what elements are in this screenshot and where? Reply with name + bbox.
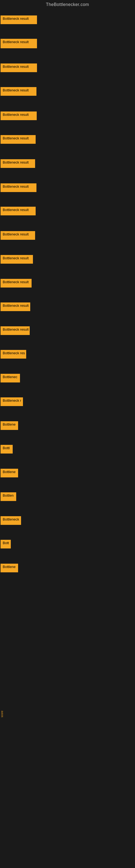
bottleneck-result-2[interactable]: Bottleneck result bbox=[1, 39, 37, 48]
score-label: score bbox=[1, 711, 3, 717]
bottleneck-result-24[interactable]: Bottlene bbox=[1, 564, 18, 572]
bottleneck-result-11[interactable]: Bottleneck result bbox=[1, 255, 33, 264]
bottleneck-result-17[interactable]: Bottleneck r bbox=[1, 397, 23, 406]
bottleneck-result-14[interactable]: Bottleneck result bbox=[1, 326, 30, 335]
bottleneck-result-3[interactable]: Bottleneck result bbox=[1, 63, 37, 72]
bottleneck-result-9[interactable]: Bottleneck result bbox=[1, 207, 36, 215]
bottleneck-result-12[interactable]: Bottleneck result bbox=[1, 279, 32, 287]
bottleneck-result-7[interactable]: Bottleneck result bbox=[1, 159, 35, 168]
bottleneck-result-6[interactable]: Bottleneck result bbox=[1, 135, 36, 144]
bottleneck-result-5[interactable]: Bottleneck result bbox=[1, 112, 37, 120]
bottleneck-result-23[interactable]: Bott bbox=[1, 540, 11, 549]
site-title: TheBottlenecker.com bbox=[0, 0, 135, 9]
bottleneck-result-19[interactable]: Bottl bbox=[1, 445, 13, 454]
bottleneck-result-15[interactable]: Bottleneck res bbox=[1, 350, 26, 359]
bottleneck-result-21[interactable]: Bottlen bbox=[1, 492, 16, 501]
bottleneck-result-13[interactable]: Bottleneck result bbox=[1, 303, 30, 311]
bottleneck-result-10[interactable]: Bottleneck result bbox=[1, 231, 35, 240]
bottleneck-result-8[interactable]: Bottleneck result bbox=[1, 183, 37, 192]
bottleneck-result-4[interactable]: Bottleneck result bbox=[1, 87, 37, 96]
bottleneck-result-20[interactable]: Bottlene bbox=[1, 469, 18, 477]
bottleneck-result-18[interactable]: Bottlene bbox=[1, 421, 18, 430]
bottleneck-result-16[interactable]: Bottlenec bbox=[1, 374, 20, 382]
bottleneck-result-1[interactable]: Bottleneck result bbox=[1, 16, 37, 24]
bottleneck-result-22[interactable]: Bottleneck bbox=[1, 516, 21, 525]
